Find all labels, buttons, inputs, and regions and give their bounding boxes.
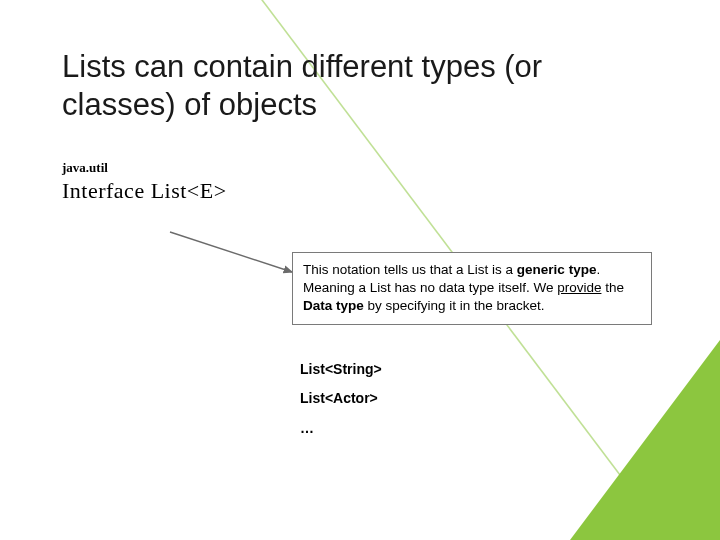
slide-title: Lists can contain different types (or cl… (62, 48, 582, 124)
example-item: List<String> (300, 355, 382, 384)
explanation-callout: This notation tells us that a List is a … (292, 252, 652, 325)
callout-underline-provide: provide (557, 280, 601, 295)
callout-text-4: by specifying it in the bracket. (364, 298, 545, 313)
example-item: List<Actor> (300, 384, 382, 413)
package-name: java.util (62, 160, 660, 176)
java-type-block: java.util Interface List<E> (62, 160, 660, 204)
slide-body: Lists can contain different types (or cl… (0, 0, 720, 204)
callout-text-3: the (601, 280, 624, 295)
interface-text: Interface List<E> (62, 178, 227, 203)
callout-bold-data-type: Data type (303, 298, 364, 313)
examples-list: List<String> List<Actor> … (300, 355, 382, 443)
interface-declaration: Interface List<E> (62, 178, 660, 204)
example-item: … (300, 414, 382, 443)
callout-bold-generic-type: generic type (517, 262, 597, 277)
svg-line-0 (170, 232, 292, 272)
callout-text-1: This notation tells us that a List is a (303, 262, 517, 277)
arrow-to-callout (120, 228, 320, 298)
